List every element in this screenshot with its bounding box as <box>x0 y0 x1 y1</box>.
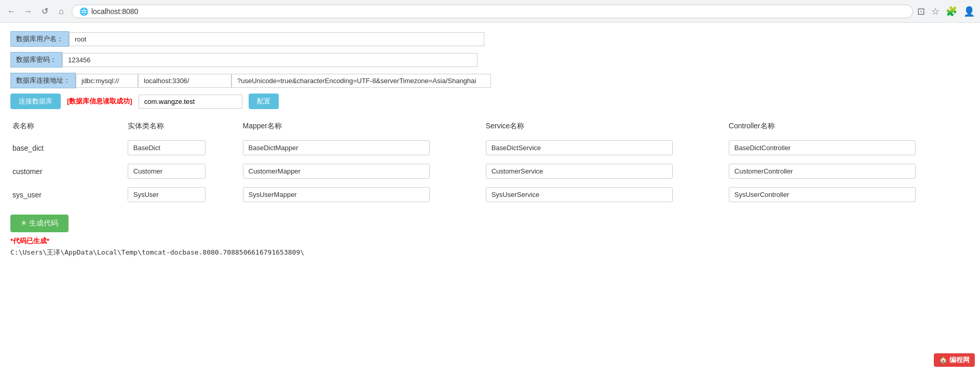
table-row: base_dict <box>10 136 970 160</box>
db-username-label: 数据库用户名： <box>10 31 69 47</box>
db-password-row: 数据库密码： <box>10 52 970 68</box>
mapper-cell <box>241 136 484 160</box>
connect-row: 连接数据库 [数据库信息读取成功] 配置 <box>10 94 970 109</box>
mapper-cell <box>241 183 484 206</box>
service-input[interactable] <box>486 164 673 179</box>
globe-icon: 🌐 <box>79 7 88 16</box>
table-row: customer <box>10 160 970 183</box>
controller-cell <box>727 183 970 206</box>
reload-button[interactable]: ↺ <box>38 5 51 18</box>
back-button[interactable]: ← <box>5 5 18 18</box>
browser-chrome: ← → ↺ ⌂ 🌐 ⊡ ☆ 🧩 👤 <box>0 0 980 23</box>
table-row: sys_user <box>10 183 970 206</box>
db-url-params-input[interactable] <box>232 74 491 88</box>
translate-icon[interactable]: ⊡ <box>917 6 925 17</box>
profile-icon[interactable]: 👤 <box>963 6 975 17</box>
service-cell <box>484 183 727 206</box>
service-cell <box>484 136 727 160</box>
extensions-icon[interactable]: 🧩 <box>946 6 957 17</box>
entity-cell <box>126 183 241 206</box>
controller-cell <box>727 160 970 183</box>
col-table-name: 表名称 <box>10 118 126 136</box>
mapper-input[interactable] <box>243 140 430 155</box>
service-input[interactable] <box>486 187 673 202</box>
address-bar[interactable]: 🌐 <box>72 5 913 18</box>
package-input[interactable] <box>139 95 242 109</box>
col-controller: Controller名称 <box>727 118 970 136</box>
success-message: [数据库信息读取成功] <box>67 97 132 106</box>
service-cell <box>484 160 727 183</box>
db-username-row: 数据库用户名： <box>10 31 970 47</box>
entity-cell <box>126 136 241 160</box>
db-password-label: 数据库密码： <box>10 52 62 68</box>
file-path: C:\Users\王泽\AppData\Local\Temp\tomcat-do… <box>10 248 970 257</box>
bookmark-icon[interactable]: ☆ <box>931 6 940 17</box>
db-username-input[interactable] <box>69 32 484 46</box>
col-entity: 实体类名称 <box>126 118 241 136</box>
code-generated-message: *代码已生成* <box>10 236 970 246</box>
mapper-cell <box>241 160 484 183</box>
browser-toolbar: ⊡ ☆ 🧩 👤 <box>917 6 975 17</box>
entity-cell <box>126 160 241 183</box>
entity-input[interactable] <box>128 140 206 155</box>
home-button[interactable]: ⌂ <box>55 5 67 18</box>
db-url-label: 数据库连接地址： <box>10 73 76 88</box>
table-name-cell: base_dict <box>10 136 126 160</box>
service-input[interactable] <box>486 140 673 155</box>
controller-cell <box>727 136 970 160</box>
col-service: Service名称 <box>484 118 727 136</box>
config-button[interactable]: 配置 <box>249 94 279 109</box>
table-header-row: 表名称 实体类名称 Mapper名称 Service名称 Controller名… <box>10 118 970 136</box>
table-name-cell: sys_user <box>10 183 126 206</box>
code-gen-table: 表名称 实体类名称 Mapper名称 Service名称 Controller名… <box>10 118 970 206</box>
db-url-row: 数据库连接地址： <box>10 73 970 88</box>
page-content: 数据库用户名： 数据库密码： 数据库连接地址： 连接数据库 [数据库信息读取成功… <box>0 23 980 265</box>
mapper-input[interactable] <box>243 164 430 179</box>
table-name-cell: customer <box>10 160 126 183</box>
forward-button[interactable]: → <box>22 5 34 18</box>
controller-input[interactable] <box>729 164 916 179</box>
connect-button[interactable]: 连接数据库 <box>10 94 61 109</box>
entity-input[interactable] <box>128 187 206 202</box>
db-password-input[interactable] <box>62 53 478 67</box>
db-url-jdbc-input[interactable] <box>76 74 138 88</box>
controller-input[interactable] <box>729 140 916 155</box>
entity-input[interactable] <box>128 164 206 179</box>
col-mapper: Mapper名称 <box>241 118 484 136</box>
controller-input[interactable] <box>729 187 916 202</box>
generate-button[interactable]: ✳ 生成代码 <box>10 215 69 232</box>
mapper-input[interactable] <box>243 187 430 202</box>
url-input[interactable] <box>91 7 905 16</box>
db-url-host-input[interactable] <box>138 74 232 88</box>
